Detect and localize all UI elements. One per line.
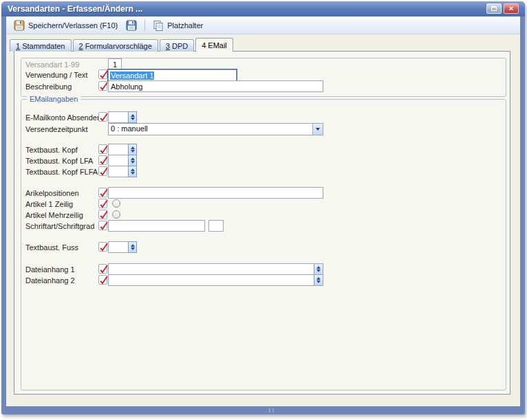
textbaust-kopf-flfa-input[interactable]: [108, 166, 128, 177]
spinner-arrows-icon[interactable]: [128, 166, 137, 177]
versendezeitpunkt-label: Versendezeitpunkt: [25, 125, 88, 133]
artikel-mehrzeilig-label: Artikel Mehrzeilig: [25, 211, 83, 219]
artikel-1zeilig-label: Artikel 1 Zeilig: [25, 200, 73, 208]
chevron-down-icon[interactable]: [312, 124, 323, 135]
beschreibung-label: Beschreibung: [25, 82, 72, 91]
dateianhang2-translate-check-icon[interactable]: [98, 275, 107, 285]
textbaust-fuss-translate-check-icon[interactable]: [98, 242, 107, 252]
toolbar: Speichern/Verlassen (F10): [6, 16, 520, 34]
close-button[interactable]: ×: [504, 3, 519, 14]
save-exit-label: Speichern/Verlassen (F10): [28, 21, 118, 30]
platzhalter-button[interactable]: Platzhalter: [149, 18, 207, 33]
dateianhang1-input[interactable]: [109, 264, 314, 274]
arikelpositionen-label: Arikelpositionen: [25, 189, 79, 197]
tab-dpd[interactable]: 3 DPD: [160, 39, 194, 52]
spinner-arrows-icon[interactable]: [128, 111, 137, 123]
platzhalter-label: Platzhalter: [167, 21, 203, 30]
tab-number: 1: [16, 42, 20, 50]
resize-grip[interactable]: [264, 408, 280, 412]
textbaust-fuss-input[interactable]: [108, 241, 128, 253]
versendezeitpunkt-value: 0 : manuell: [109, 124, 312, 135]
textbaust-kopf-lfa-translate-check-icon[interactable]: [98, 155, 107, 165]
dateianhang1-translate-check-icon[interactable]: [98, 264, 107, 274]
schriftgrad-input[interactable]: [208, 220, 224, 232]
maximize-icon: [491, 6, 497, 11]
spinner-arrows-icon[interactable]: [128, 155, 137, 166]
textbaust-kopf-input[interactable]: [108, 144, 128, 155]
tab-label: Formularvorschläge: [85, 42, 152, 50]
window-title: Versandarten - Erfassen/Ändern ...: [8, 4, 142, 14]
maximize-button[interactable]: [486, 3, 502, 14]
artikel-mehrzeilig-translate-check-icon[interactable]: [98, 210, 107, 219]
versandarten-window: Versandarten - Erfassen/Ändern ... ×: [1, 1, 525, 415]
textbaust-kopf-flfa-translate-check-icon[interactable]: [98, 166, 107, 176]
textbaust-fuss-label: Textbaust. Fuss: [25, 243, 78, 252]
arikelpositionen-input[interactable]: [108, 187, 323, 199]
textbaust-kopf-translate-check-icon[interactable]: [98, 144, 107, 154]
textbaust-kopf-label: Textbaust. Kopf: [25, 146, 78, 154]
save-exit-button[interactable]: Speichern/Verlassen (F10): [10, 18, 122, 33]
tab-number: 2: [79, 42, 83, 50]
toolbar-separator: [144, 19, 145, 31]
textbaust-kopf-spinner[interactable]: [108, 144, 137, 155]
textbaust-kopf-flfa-label: Textbaust. Kopf FLFA: [25, 168, 98, 176]
versendezeitpunkt-select[interactable]: 0 : manuell: [108, 123, 323, 135]
copy-pages-icon: [153, 20, 164, 31]
close-icon: ×: [509, 5, 513, 12]
textbaust-kopf-lfa-label: Textbaust. Kopf LFA: [25, 157, 93, 165]
beschreibung-input[interactable]: [108, 80, 323, 92]
selected-text: Versandart 1: [110, 71, 154, 80]
spinner-arrows-icon[interactable]: [314, 275, 323, 285]
artikel-mehrzeilig-radio[interactable]: [112, 210, 120, 219]
textbaust-fuss-spinner[interactable]: [108, 241, 137, 253]
versandart-nr-label: Versandart 1-99: [25, 60, 79, 69]
tab-stammdaten[interactable]: 1 Stammdaten: [10, 39, 72, 52]
tab-bar: 1 Stammdaten 2 Formularvorschläge 3 DPD …: [10, 38, 235, 52]
tab-label: DPD: [172, 42, 188, 50]
verwendung-translate-check-icon[interactable]: [98, 69, 107, 79]
email-konto-input[interactable]: [108, 111, 128, 123]
verwendung-label: Verwendung / Text: [25, 71, 87, 79]
tab-label: EMail: [208, 41, 227, 49]
window-body: Speichern/Verlassen (F10): [6, 16, 520, 406]
textbaust-kopf-lfa-input[interactable]: [108, 155, 128, 166]
tab-email[interactable]: 4 EMail: [195, 38, 233, 52]
textbaust-kopf-flfa-spinner[interactable]: [108, 166, 137, 177]
spinner-arrows-icon[interactable]: [128, 241, 137, 253]
dateianhang1-picker[interactable]: [108, 263, 323, 275]
arikelpositionen-translate-check-icon[interactable]: [98, 188, 107, 197]
schriftart-input[interactable]: [108, 220, 205, 232]
schriftart-translate-check-icon[interactable]: [98, 221, 107, 230]
schriftart-label: Schriftart/Schriftgrad: [25, 222, 94, 230]
dateianhang2-picker[interactable]: [108, 274, 323, 286]
dateianhang2-label: Dateianhang 2: [25, 276, 75, 285]
spinner-arrows-icon[interactable]: [128, 144, 137, 155]
spinner-arrows-icon[interactable]: [314, 264, 323, 274]
email-konto-spinner[interactable]: [108, 111, 137, 123]
tab-number: 4: [202, 41, 206, 49]
email-konto-translate-check-icon[interactable]: [98, 112, 107, 122]
dateianhang1-label: Dateianhang 1: [25, 265, 75, 274]
emailangaben-group-label: EMailangaben: [27, 95, 80, 103]
email-konto-label: E-Mailkonto Absender: [25, 113, 100, 122]
floppy-save-exit-icon: [14, 20, 25, 31]
email-tab-panel: Versandart 1-99 Verwendung / Text Versan…: [14, 51, 510, 395]
floppy-save-icon: [126, 20, 137, 31]
tab-formularvorschlaege[interactable]: 2 Formularvorschläge: [73, 39, 158, 52]
titlebar[interactable]: Versandarten - Erfassen/Ändern ... ×: [1, 1, 525, 16]
tab-label: Stammdaten: [22, 42, 65, 50]
tab-number: 3: [166, 42, 170, 50]
emailangaben-groupbox: EMailangaben: [21, 99, 506, 390]
dateianhang2-input[interactable]: [109, 275, 314, 285]
artikel-1zeilig-radio[interactable]: [112, 199, 120, 208]
save-button[interactable]: [122, 18, 141, 33]
window-controls: ×: [486, 3, 519, 14]
beschreibung-translate-check-icon[interactable]: [98, 81, 107, 91]
textbaust-kopf-lfa-spinner[interactable]: [108, 155, 137, 166]
artikel-1zeilig-translate-check-icon[interactable]: [98, 199, 107, 208]
